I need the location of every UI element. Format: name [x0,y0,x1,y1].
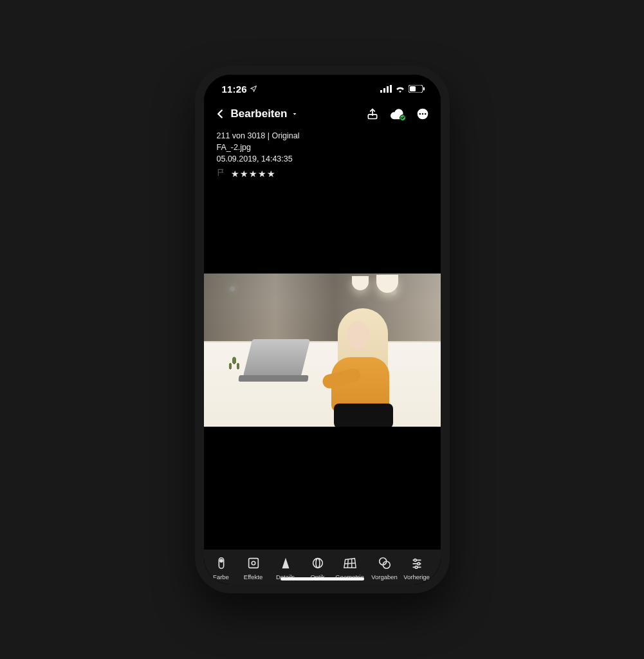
phone-notch [261,75,383,93]
svg-point-10 [421,113,423,115]
photo-meta: 211 von 3018 | Original FA_-2.jpg 05.09.… [204,126,441,183]
status-right [380,85,425,93]
home-indicator[interactable] [281,577,364,580]
tool-vorgaben[interactable]: Vorgaben [369,556,401,580]
cellular-signal-icon [380,85,392,93]
tool-label: Zurück [437,573,450,580]
svg-point-15 [252,561,255,565]
status-left: 11:26 [222,84,257,95]
svg-point-9 [419,113,421,115]
photo-viewport[interactable] [204,183,441,550]
tool-label: Vorherige [403,573,430,580]
more-options-icon[interactable] [416,107,429,120]
svg-rect-1 [383,88,385,93]
svg-point-26 [414,559,416,562]
app-screen: 11:26 Bearbeiten [204,75,441,584]
svg-point-11 [424,113,426,115]
photo-datetime: 05.09.2019, 14:43:35 [217,153,428,165]
flag-icon[interactable] [217,167,226,180]
svg-point-30 [415,566,418,569]
tool-effekte[interactable]: Effekte [237,556,270,580]
back-chevron-icon[interactable] [213,107,227,121]
star-rating[interactable]: ★★★★★ [231,167,276,180]
svg-rect-14 [248,559,258,568]
photo-counter: 211 von 3018 | Original [217,130,428,142]
svg-marker-16 [282,558,289,569]
photo-filename: FA_-2.jpg [217,142,428,153]
header-right [366,107,429,120]
svg-point-28 [417,562,419,565]
tool-vorherige[interactable]: Vorherige [401,556,433,580]
tool-zurueck[interactable]: Zurück [433,556,450,580]
svg-rect-3 [390,85,392,93]
photo-content [204,274,441,427]
header-title[interactable]: Bearbeiten [231,107,288,120]
svg-rect-6 [423,88,425,91]
svg-point-17 [313,559,322,568]
tool-label: Farbe [213,573,229,580]
cloud-sync-icon[interactable] [391,108,405,120]
status-time: 11:26 [222,84,247,95]
battery-icon [409,85,425,93]
svg-point-13 [219,559,222,562]
location-arrow-icon [250,85,257,93]
wifi-icon [395,85,405,93]
svg-line-22 [344,563,355,564]
svg-rect-5 [410,86,416,91]
svg-rect-0 [380,90,382,93]
svg-point-18 [316,559,320,568]
svg-rect-2 [387,86,389,93]
rating-row: ★★★★★ [217,167,428,180]
header-left: Bearbeiten [213,107,299,121]
dropdown-caret-icon[interactable] [291,110,299,118]
tool-label: Effekte [244,573,262,580]
phone-frame: 11:26 Bearbeiten [195,66,450,593]
tool-farbe[interactable]: Farbe [205,556,237,580]
app-header: Bearbeiten [204,103,441,126]
share-icon[interactable] [366,107,379,120]
tool-label: Vorgaben [371,573,398,580]
